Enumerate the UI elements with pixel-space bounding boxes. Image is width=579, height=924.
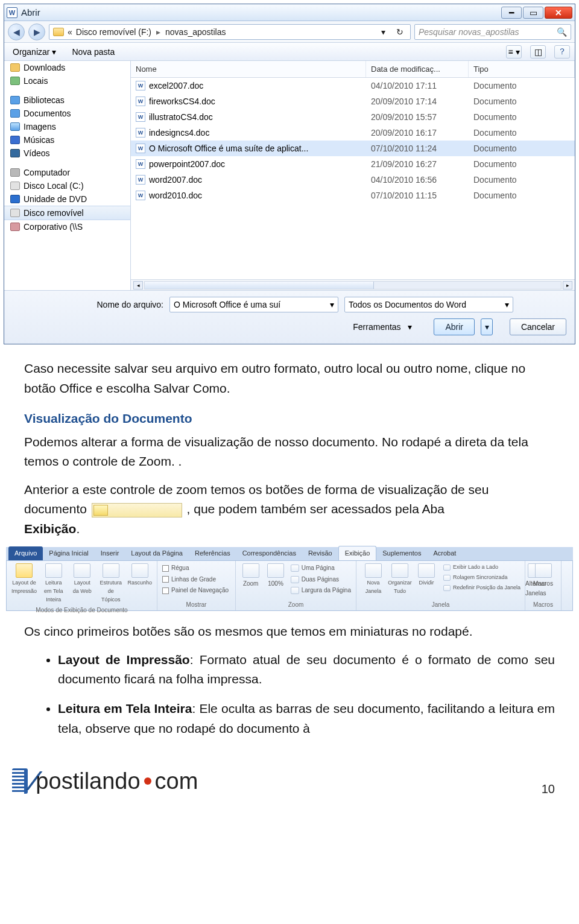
ribbon-tab[interactable]: Inserir: [95, 546, 125, 560]
window-side-option[interactable]: Redefinir Posição da Janela: [443, 584, 520, 592]
window-button[interactable]: Organizar Tudo: [388, 563, 412, 596]
tree-item[interactable]: Unidade de DVD: [4, 192, 130, 206]
paragraph: Podemos alterar a forma de visualização …: [24, 432, 555, 472]
tree-item[interactable]: Imagens: [4, 120, 130, 133]
view-options-button[interactable]: ≡ ▾: [506, 45, 522, 59]
zoom-option[interactable]: Duas Páginas: [291, 575, 351, 584]
view-mode-button[interactable]: Leitura em Tela Inteira: [42, 563, 65, 604]
zoom-icon: [242, 563, 259, 578]
search-icon[interactable]: 🔍: [557, 27, 567, 37]
tree-scroll[interactable]: DownloadsLocaisBibliotecasDocumentosImag…: [4, 61, 130, 290]
file-date: 20/09/2010 16:17: [366, 128, 469, 138]
dialog-bottom: Nome do arquivo: O Microsoft Office é um…: [4, 290, 575, 344]
table-row[interactable]: Windesigncs4.doc20/09/2010 16:17Document…: [131, 125, 575, 141]
window-button[interactable]: Nova Janela: [361, 563, 385, 596]
tree-item-icon: [10, 195, 20, 203]
preview-pane-button[interactable]: ◫: [530, 45, 546, 59]
filename-input[interactable]: O Microsoft Office é uma suí▾: [169, 297, 338, 312]
tree-item[interactable]: Disco removível: [4, 206, 130, 220]
tree-item[interactable]: Músicas: [4, 133, 130, 147]
ribbon-tab[interactable]: Revisão: [302, 546, 338, 560]
window-side-option[interactable]: Exibir Lado a Lado: [443, 563, 520, 572]
ribbon-tab[interactable]: Página Inicial: [43, 546, 94, 560]
table-row[interactable]: Wpowerpoint2007.doc21/09/2010 16:27Docum…: [131, 156, 575, 172]
breadcrumb[interactable]: « Disco removível (F:) novas_apostilas ▾…: [49, 24, 411, 40]
search-input[interactable]: Pesquisar novas_apostilas 🔍: [414, 24, 571, 40]
breadcrumb-folder[interactable]: novas_apostilas: [165, 27, 226, 37]
horizontal-scrollbar[interactable]: ◂ ▸: [131, 279, 575, 290]
tree-item[interactable]: Downloads: [4, 61, 130, 74]
col-type[interactable]: Tipo: [469, 61, 575, 77]
file-name: powerpoint2007.doc: [149, 159, 225, 169]
article-body: Caso necessite salvar seu arquivo em out…: [0, 344, 579, 754]
help-button[interactable]: ？: [554, 45, 570, 59]
open-split-button[interactable]: ▾: [481, 318, 493, 335]
zoom-100-button[interactable]: 100%: [265, 563, 285, 589]
tree-item-label: Músicas: [24, 135, 54, 145]
col-date[interactable]: Data de modificaç...: [366, 61, 469, 77]
ribbon-tab[interactable]: Acrobat: [427, 546, 462, 560]
refresh-icon[interactable]: ↻: [393, 25, 407, 39]
ribbon-tab[interactable]: Exibição: [338, 546, 377, 560]
ribbon-tab[interactable]: Referências: [189, 546, 236, 560]
window-button[interactable]: Dividir: [414, 563, 438, 596]
file-type: Documento: [469, 159, 575, 169]
breadcrumb-drive[interactable]: Disco removível (F:): [76, 27, 151, 37]
tree-item[interactable]: Documentos: [4, 107, 130, 120]
forward-button[interactable]: ▶: [28, 24, 45, 40]
cancel-button[interactable]: Cancelar: [510, 318, 566, 335]
filetype-filter[interactable]: Todos os Documentos do Word▾: [344, 297, 513, 312]
tree-item[interactable]: Disco Local (C:): [4, 179, 130, 192]
view-mode-button[interactable]: Layout da Web: [71, 563, 94, 596]
breadcrumb-dropdown-icon[interactable]: ▾: [376, 25, 390, 39]
checkbox-row[interactable]: Régua: [162, 563, 229, 573]
tree-item[interactable]: Bibliotecas: [4, 93, 130, 107]
tree-item-icon: [10, 223, 20, 231]
list-header: Nome Data de modificaç... Tipo: [131, 61, 575, 78]
tree-item-icon: [10, 182, 20, 190]
table-row[interactable]: Wword2010.doc07/10/2010 11:15Documento: [131, 188, 575, 203]
organize-button[interactable]: Organizar ▾: [9, 46, 60, 58]
checkbox-row[interactable]: Painel de Navegação: [162, 586, 229, 595]
col-name[interactable]: Nome: [131, 61, 366, 77]
tree-item[interactable]: Locais: [4, 74, 130, 87]
table-row[interactable]: WillustratoCS4.doc20/09/2010 15:57Docume…: [131, 109, 575, 125]
ribbon-tab[interactable]: Arquivo: [8, 546, 43, 560]
view-mode-button[interactable]: Estrutura de Tópicos: [99, 563, 122, 604]
zoom-button[interactable]: Zoom: [241, 563, 261, 589]
tree-item[interactable]: Vídeos: [4, 147, 130, 160]
ribbon-tab[interactable]: Correspondências: [236, 546, 302, 560]
split-area: DownloadsLocaisBibliotecasDocumentosImag…: [4, 61, 575, 290]
table-row[interactable]: WfireworksCS4.doc20/09/2010 17:14Documen…: [131, 93, 575, 109]
tools-button[interactable]: Ferramentas ▾: [349, 321, 416, 333]
table-row[interactable]: Wexcel2007.doc04/10/2010 17:11Documento: [131, 78, 575, 93]
tree-item[interactable]: Computador: [4, 166, 130, 179]
scroll-thumb[interactable]: [145, 282, 374, 289]
search-placeholder: Pesquisar novas_apostilas: [419, 27, 557, 37]
tree-item-icon: [10, 136, 20, 144]
scroll-track[interactable]: [144, 281, 562, 290]
zoom-option[interactable]: Largura da Página: [291, 586, 351, 595]
back-button[interactable]: ◀: [8, 24, 25, 40]
checkbox-row[interactable]: Linhas de Grade: [162, 575, 229, 584]
ribbon-tab[interactable]: Layout da Página: [125, 546, 189, 560]
minimize-button[interactable]: ━: [501, 7, 522, 19]
page-footer: ⁄ postilando com 10: [0, 754, 579, 802]
tree-item-icon: [10, 168, 20, 177]
file-type: Documento: [469, 97, 575, 106]
close-button[interactable]: ✕: [545, 7, 572, 19]
new-folder-button[interactable]: Nova pasta: [68, 46, 118, 58]
table-row[interactable]: Wword2007.doc04/10/2010 16:56Documento: [131, 172, 575, 188]
ribbon-tab[interactable]: Suplementos: [376, 546, 427, 560]
tree-item[interactable]: Corporativo (\\S: [4, 220, 130, 233]
scroll-right-icon[interactable]: ▸: [563, 281, 572, 290]
maximize-button[interactable]: ▭: [523, 7, 543, 19]
table-row[interactable]: WO Microsoft Office é uma suíte de aplic…: [131, 141, 575, 156]
macros-button[interactable]: Macros: [530, 563, 556, 589]
view-mode-button[interactable]: Layout de Impressão: [11, 563, 37, 596]
view-mode-button[interactable]: Rascunho: [127, 563, 152, 587]
zoom-option[interactable]: Uma Página: [291, 563, 351, 573]
scroll-left-icon[interactable]: ◂: [133, 281, 143, 290]
open-button[interactable]: Abrir: [434, 318, 475, 335]
window-side-option[interactable]: Rolagem Sincronizada: [443, 574, 520, 582]
